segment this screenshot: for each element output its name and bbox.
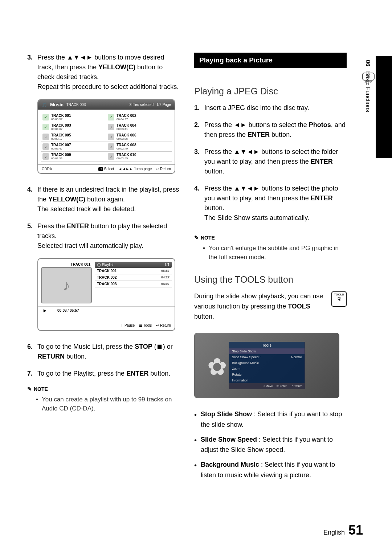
- now-playing: ▶ 00:08 / 05:57: [38, 306, 175, 314]
- note-icon: ♪: [42, 153, 49, 160]
- jpeg-format-icon: ◉ JPEG: [362, 73, 375, 84]
- track-item: ✓TRACK 00300:04:07: [41, 122, 106, 132]
- tools-menu-item: Rotate: [229, 372, 305, 377]
- note-item: You can create a playlist with up to 99 …: [42, 395, 180, 413]
- playlist-figure: TRACK 001 ♪ ◯ Playlist 1/1 TRACK 00105:5…: [37, 258, 175, 331]
- track-item: ♪TRACK 00800:03:49: [106, 142, 172, 152]
- play-icon: ▶: [44, 308, 46, 312]
- heading-jpeg-disc: Playing a JPEG Disc: [194, 86, 347, 97]
- note-icon: ♪: [42, 134, 49, 140]
- tools-options-list: Stop Slide Show : Select this if you wan…: [194, 409, 347, 481]
- step-right: 1.Insert a JPEG disc into the disc tray.: [194, 103, 347, 113]
- check-icon: ✓: [42, 114, 49, 120]
- bullet-item: Slide Show Speed : Select this if you wa…: [194, 434, 347, 455]
- track-item: ♪TRACK 00700:03:47: [41, 142, 106, 152]
- playlist-item: TRACK 00204:27: [95, 274, 172, 281]
- page-number: English 51: [323, 523, 363, 538]
- music-footer: CDDA C Select ◄◄►► Jump page ↩ Return: [38, 164, 175, 173]
- playlist-header: ◯ Playlist 1/1: [95, 262, 172, 268]
- section-bar: Playing back a Picture: [194, 53, 347, 68]
- bullet-item: Background Music : Select this if you wa…: [194, 459, 347, 481]
- note-icon: ♪: [42, 143, 49, 150]
- track-item: ♪TRACK 00900:03:53: [41, 152, 106, 162]
- tools-menu-item: Background Music: [229, 360, 305, 366]
- track-item: ♪TRACK 01000:03:45: [106, 152, 172, 162]
- track-item: ✓TRACK 00200:04:27: [106, 113, 172, 122]
- tools-paragraph: During the slide show playback, you can …: [194, 291, 347, 322]
- note-icon: ♪: [108, 124, 114, 130]
- note-icon: ♪: [108, 143, 114, 150]
- step-right: 4.Press the ▲▼◄► buttons to select the p…: [194, 184, 347, 223]
- side-tab-text: 06 Basic Functions: [361, 56, 375, 116]
- tools-popup: Tools Stop Slide ShowSlide Show Speed :N…: [229, 342, 305, 389]
- check-icon: ✓: [42, 124, 49, 130]
- note-icon: ♪: [108, 153, 114, 160]
- step-5: 5. Press the ENTER button to play the se…: [27, 221, 180, 251]
- bullet-item: Stop Slide Show : Select this if you wan…: [194, 409, 347, 430]
- note-item-right: You can't enlarge the subtitle and PG gr…: [209, 244, 347, 262]
- step-right: 3.Press the ▲▼◄► buttons to select the f…: [194, 147, 347, 176]
- note-heading-right: NOTE: [194, 234, 215, 241]
- left-column: 3. Press the ▲▼◄► buttons to move desire…: [27, 53, 180, 485]
- tools-menu-item: Stop Slide Show: [229, 348, 305, 354]
- heading-tools-button: Using the TOOLS button: [194, 274, 347, 285]
- note-heading: NOTE: [27, 386, 48, 392]
- track-item: ♪TRACK 00600:03:35: [106, 132, 172, 142]
- music-header: 🎵 Music TRACK 003 3 files selected 1/2 P…: [38, 100, 175, 110]
- note-icon: ♪: [108, 134, 114, 140]
- music-list-figure: 🎵 Music TRACK 003 3 files selected 1/2 P…: [37, 99, 175, 174]
- flower-image: ✿: [207, 355, 236, 384]
- tools-menu-item: Slide Show Speed :Normal: [229, 354, 305, 360]
- track-item: ♪TRACK 00400:03:41: [106, 122, 172, 132]
- playlist-item: TRACK 00105:57: [95, 268, 172, 274]
- track-item: ✓TRACK 00100:05:57: [41, 113, 106, 122]
- tools-menu-figure: ✿ Tools Stop Slide ShowSlide Show Speed …: [194, 333, 339, 398]
- track-item: ♪TRACK 00500:03:17: [41, 132, 106, 142]
- check-icon: ✓: [108, 114, 114, 120]
- playlist-footer: ⏸ Pause ☰ Tools ↩ Return: [38, 314, 175, 330]
- step-6: 6. To go to the Music List, press the ST…: [27, 342, 180, 361]
- music-icon: 🎵: [42, 102, 47, 107]
- tools-menu-item: Zoom: [229, 366, 305, 372]
- playlist-item: TRACK 00304:07: [95, 281, 172, 287]
- right-column: Playing back a Picture Playing a JPEG Di…: [194, 53, 347, 485]
- album-art-icon: ♪: [41, 267, 92, 303]
- step-4: 4. If there is an undesired track in the…: [27, 185, 180, 214]
- step-right: 2.Press the ◄► buttons to select the Pho…: [194, 120, 347, 140]
- step-3: 3. Press the ▲▼◄► buttons to move desire…: [27, 53, 180, 92]
- step-7: 7. To go to the Playlist, press the ENTE…: [27, 369, 180, 379]
- side-tab: [376, 56, 392, 158]
- tools-button-icon: TOOLS☟: [331, 291, 347, 307]
- tools-menu-item: Information: [229, 377, 305, 383]
